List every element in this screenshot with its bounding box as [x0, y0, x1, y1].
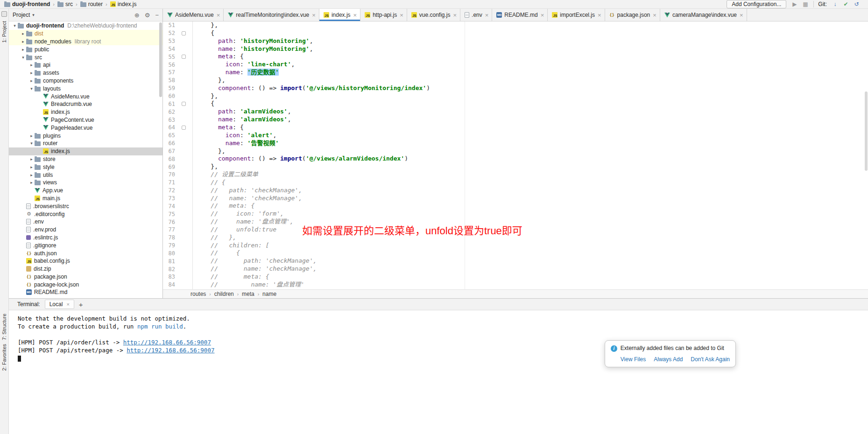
locate-icon[interactable]: ⊕ — [134, 12, 140, 19]
close-icon[interactable]: × — [598, 12, 601, 18]
code-line[interactable]: }, — [192, 147, 868, 155]
chevron-right-icon[interactable]: ▸ — [28, 173, 35, 177]
breadcrumb-item[interactable]: name — [262, 291, 276, 297]
breadcrumb-item[interactable]: routes — [191, 291, 206, 297]
tree-item[interactable]: .browserslistrc — [9, 202, 162, 210]
chevron-down-icon[interactable]: ▾ — [12, 23, 18, 28]
tree-item[interactable]: dist.zip — [9, 265, 162, 273]
breadcrumb-item[interactable]: duoji-frontend — [3, 0, 51, 8]
tree-item[interactable]: ▾router — [9, 140, 162, 147]
editor-tab[interactable]: .env× — [460, 9, 492, 21]
editor-tab[interactable]: JSindex.js× — [319, 9, 360, 21]
tree-item[interactable]: ▸views — [9, 179, 162, 187]
tree-item[interactable]: ▾layouts — [9, 84, 162, 92]
breadcrumb-item[interactable]: router — [79, 0, 104, 8]
editor-tab[interactable]: {}package.json× — [605, 9, 660, 21]
tool-stripe-favorites[interactable]: 2: Favorites — [1, 344, 7, 371]
tree-item[interactable]: ▸api — [9, 61, 162, 69]
editor-tab[interactable]: AsideMenu.vue× — [163, 9, 224, 21]
code-editor[interactable]: 51 },52 {53 path: 'historyMonitoring',54… — [163, 21, 868, 289]
code-line[interactable]: name: '历史数据' — [192, 69, 868, 77]
code-line[interactable]: path: 'historyMonitoring', — [192, 37, 868, 45]
code-line[interactable]: }, — [192, 92, 868, 100]
code-line[interactable]: // name: 'checkManage', — [192, 195, 868, 203]
code-line[interactable]: // { — [192, 179, 868, 187]
chevron-right-icon[interactable]: ▸ — [28, 63, 35, 67]
chevron-right-icon[interactable]: ▸ — [28, 165, 35, 169]
code-line[interactable]: { — [192, 100, 868, 108]
code-line[interactable]: // path: 'checkManage', — [192, 187, 868, 195]
chevron-right-icon[interactable]: ▸ — [28, 70, 35, 75]
code-line[interactable]: { — [192, 29, 868, 37]
tree-item[interactable]: ▸node_moduleslibrary root — [9, 38, 162, 46]
fold-marker-icon[interactable] — [175, 126, 192, 130]
chevron-right-icon[interactable]: ▸ — [20, 47, 26, 52]
code-line[interactable]: }, — [192, 163, 868, 171]
tree-item[interactable]: ▸assets — [9, 69, 162, 77]
tree-item[interactable]: App.vue — [9, 187, 162, 195]
tree-item[interactable]: JSindex.js — [9, 147, 162, 155]
breadcrumb-item[interactable]: meta — [242, 291, 254, 297]
tree-item[interactable]: .env.prod — [9, 226, 162, 234]
revert-icon[interactable]: ↺ — [853, 1, 861, 7]
chevron-right-icon[interactable]: ▸ — [28, 78, 35, 83]
notification-action[interactable]: View Files — [621, 356, 646, 364]
code-line[interactable]: component: () => import('@/views/history… — [192, 84, 868, 92]
tree-item[interactable]: ▸style — [9, 163, 162, 171]
code-line[interactable]: name: '告警视频' — [192, 140, 868, 147]
tree-item[interactable]: {}package.json — [9, 273, 162, 281]
code-line[interactable]: // { — [192, 249, 868, 257]
tool-stripe-structure[interactable]: 7: Structure — [1, 314, 7, 340]
code-line[interactable]: // unfold:true — [192, 226, 868, 234]
close-icon[interactable]: × — [740, 12, 743, 18]
project-scrollbar[interactable] — [159, 22, 162, 97]
editor-tab[interactable]: JSimportExcel.js× — [548, 9, 605, 21]
close-icon[interactable]: × — [453, 12, 457, 18]
code-line[interactable]: name: 'historyMonitoring', — [192, 45, 868, 53]
code-line[interactable]: component: () => import('@/views/alarmVi… — [192, 155, 868, 163]
code-line[interactable]: }, — [192, 21, 868, 29]
tree-item[interactable]: ▸components — [9, 77, 162, 85]
tree-item[interactable]: JSindex.js — [9, 108, 162, 116]
tree-item[interactable]: ▸plugins — [9, 132, 162, 140]
chevron-right-icon[interactable]: ▸ — [28, 180, 35, 185]
close-icon[interactable]: × — [541, 12, 544, 18]
tree-item[interactable]: .env — [9, 218, 162, 226]
code-line[interactable]: path: 'alarmVideos', — [192, 108, 868, 116]
code-line[interactable]: // icon: 'form', — [192, 210, 868, 218]
tree-item[interactable]: ▸utils — [9, 171, 162, 179]
project-panel-title[interactable]: Project — [13, 12, 30, 18]
code-line[interactable]: // name: 'checkManage', — [192, 265, 868, 273]
code-line[interactable]: icon: 'line-chart', — [192, 61, 868, 69]
code-line[interactable]: // 设置二级菜单 — [192, 171, 868, 179]
tree-item[interactable]: ▸store — [9, 155, 162, 163]
tree-item[interactable]: JSmain.js — [9, 195, 162, 203]
tree-item[interactable]: Breadcrumb.vue — [9, 100, 162, 108]
chevron-right-icon[interactable]: ▸ — [28, 157, 35, 161]
code-line[interactable]: // name: '盘点管理', — [192, 218, 868, 226]
profiler-icon[interactable]: ▦ — [801, 1, 809, 7]
terminal-tab-local[interactable]: Local × — [45, 300, 74, 309]
fold-marker-icon[interactable] — [175, 102, 192, 106]
tree-item[interactable]: PageHeader.vue — [9, 124, 162, 132]
tree-item[interactable]: .gitignore — [9, 241, 162, 249]
editor-tab[interactable]: cameraManage\index.vue× — [660, 9, 747, 21]
code-line[interactable]: // }, — [192, 234, 868, 242]
notification-action[interactable]: Always Add — [654, 356, 683, 364]
chevron-down-icon[interactable]: ▾ — [28, 86, 35, 91]
code-line[interactable]: // children: [ — [192, 242, 868, 250]
notification-action[interactable]: Don't Ask Again — [691, 356, 730, 364]
terminal-link[interactable]: http://192.168.66.56:9007 — [123, 339, 211, 346]
breadcrumb-item[interactable]: src — [56, 0, 74, 8]
fold-marker-icon[interactable] — [175, 31, 192, 35]
tree-item[interactable]: ▸public — [9, 45, 162, 53]
close-icon[interactable]: × — [353, 12, 357, 18]
code-line[interactable]: meta: { — [192, 124, 868, 132]
chevron-down-icon[interactable]: ▾ — [28, 141, 35, 146]
tree-item[interactable]: ⚙.editorconfig — [9, 210, 162, 218]
code-line[interactable]: meta: { — [192, 53, 868, 61]
tree-item[interactable]: MDREADME.md — [9, 288, 162, 296]
close-icon[interactable]: × — [66, 302, 69, 307]
breadcrumb-item[interactable]: JSindex.js — [109, 0, 138, 8]
tree-item[interactable]: {}package-lock.json — [9, 280, 162, 288]
